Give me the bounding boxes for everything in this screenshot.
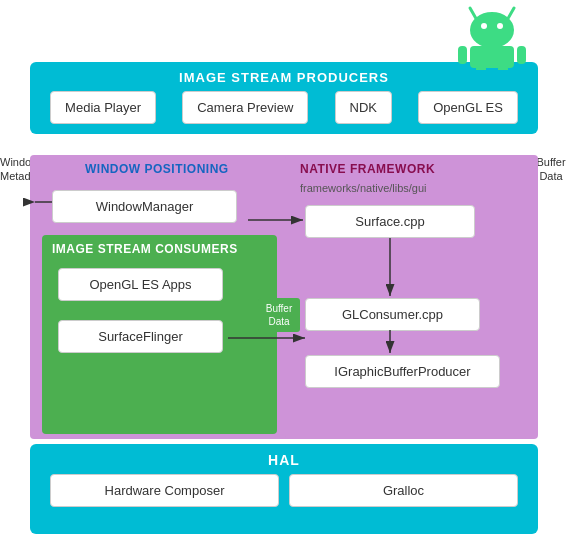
igraphic-box: IGraphicBufferProducer [305,355,500,388]
hal-boxes: Hardware Composer Gralloc [30,474,538,517]
svg-rect-5 [470,46,514,68]
frameworks-path-label: frameworks/native/libs/gui [300,182,427,194]
native-framework-label: NATIVE FRAMEWORK [300,162,435,176]
surface-cpp-box: Surface.cpp [305,205,475,238]
buffer-data-right-label: Buffer Data [534,155,568,184]
media-player-box: Media Player [50,91,156,124]
window-positioning-label: WINDOW POSITIONING [85,162,229,176]
buffer-data-middle-label: Buffer Data [258,298,300,332]
hardware-composer-box: Hardware Composer [50,474,279,507]
window-manager-label: WindowManager [52,190,237,223]
svg-point-3 [481,23,487,29]
image-stream-producers-section: IMAGE STREAM PRODUCERS Media Player Came… [30,62,538,134]
window-manager-box: WindowManager [52,190,237,223]
surfaceflinger-label: SurfaceFlinger [58,320,223,353]
surface-cpp-label: Surface.cpp [305,205,475,238]
hal-section: HAL Hardware Composer Gralloc [30,444,538,534]
gralloc-box: Gralloc [289,474,518,507]
igraphic-label: IGraphicBufferProducer [305,355,500,388]
opengl-es-apps-box: OpenGL ES Apps [58,268,223,301]
svg-point-2 [470,12,514,48]
svg-rect-8 [476,66,486,70]
hal-title: HAL [30,444,538,474]
svg-rect-7 [517,46,526,64]
native-framework-bg [285,155,538,439]
svg-rect-9 [498,66,508,70]
glconsumer-box: GLConsumer.cpp [305,298,480,331]
image-stream-consumers-title: IMAGE STREAM CONSUMERS [52,242,238,256]
svg-point-4 [497,23,503,29]
window-metadata-label: Window Metadata [0,155,34,184]
camera-preview-box: Camera Preview [182,91,308,124]
ndk-box: NDK [335,91,392,124]
opengl-es-box: OpenGL ES [418,91,518,124]
android-robot [448,0,538,70]
glconsumer-label: GLConsumer.cpp [305,298,480,331]
svg-rect-6 [458,46,467,64]
opengl-es-apps-label: OpenGL ES Apps [58,268,223,301]
producers-boxes: Media Player Camera Preview NDK OpenGL E… [30,91,538,134]
surfaceflinger-box: SurfaceFlinger [58,320,223,353]
